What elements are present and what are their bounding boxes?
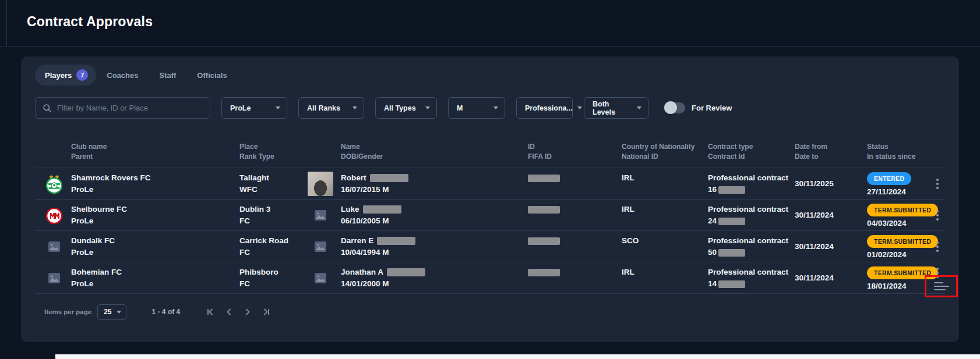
first-page-button[interactable] xyxy=(205,306,216,318)
filter-bar: ProLe All Ranks All Types M Professiona.… xyxy=(35,97,732,119)
next-page-button[interactable] xyxy=(242,306,253,318)
table-row[interactable]: Shamrock Rovers FC ProLe Tallaght WFC Ro… xyxy=(35,168,945,200)
col-header-status[interactable]: StatusIn status since xyxy=(856,137,929,168)
gender-filter-value: M xyxy=(457,104,463,112)
bottom-page-edge xyxy=(55,354,980,359)
table-row[interactable]: Dundalk FC ProLe Carrick Road FC Darren … xyxy=(35,231,945,262)
player-name: Luke xyxy=(341,204,401,215)
date-from: 30/11/2024 xyxy=(795,210,834,221)
image-placeholder-icon xyxy=(45,231,63,262)
tab-bar: Players 7 Coaches Staff Officials xyxy=(35,65,238,86)
in-status-since: 04/03/2024 xyxy=(867,218,929,229)
status-badge: TERM.SUBMITTED xyxy=(867,204,938,216)
dob-gender: 06/10/2005 M xyxy=(341,216,401,226)
country: IRL xyxy=(622,267,696,278)
contract-id: 16 xyxy=(708,184,784,195)
col-header-name[interactable]: NameDOB/Gender xyxy=(300,137,519,168)
contract-type: Professional contract xyxy=(708,173,784,183)
chevron-down-icon xyxy=(425,106,430,109)
row-menu-kebab-icon[interactable] xyxy=(934,208,941,223)
types-filter-value: All Types xyxy=(384,104,416,112)
col-header-contract[interactable]: Contract typeContract Id xyxy=(696,137,784,168)
search-icon xyxy=(43,104,52,113)
col-header-id[interactable]: IDFIFA ID xyxy=(519,137,612,168)
in-status-since: 18/01/2024 xyxy=(867,281,929,292)
redacted-name-block xyxy=(387,268,425,276)
player-name: Jonathan A xyxy=(341,267,425,278)
ranks-filter-value: All Ranks xyxy=(307,104,340,112)
table-row[interactable]: Bohemian FC ProLe Phibsboro FC Jonathan … xyxy=(35,262,945,294)
image-placeholder-icon xyxy=(45,262,63,293)
league-filter-dropdown[interactable]: ProLe xyxy=(221,97,287,119)
items-per-page-dropdown[interactable]: 25 xyxy=(97,304,126,320)
pagination-range: 1 - 4 of 4 xyxy=(152,308,181,316)
col-header-place[interactable]: PlaceRank Type xyxy=(233,137,300,168)
notes-icon[interactable] xyxy=(934,282,949,291)
app-header: Contract Approvals xyxy=(0,0,980,47)
search-input[interactable] xyxy=(57,104,203,112)
redacted-name-block xyxy=(370,174,408,182)
gender-filter-dropdown[interactable]: M xyxy=(448,97,505,119)
place: Tallaght xyxy=(239,173,300,183)
contract-type: Professional contract xyxy=(708,267,784,278)
country: IRL xyxy=(622,204,696,215)
shamrock-rovers-crest-icon xyxy=(45,168,63,199)
tab-officials[interactable]: Officials xyxy=(186,65,237,86)
items-per-page-label: Items per page xyxy=(44,308,91,315)
types-filter-dropdown[interactable]: All Types xyxy=(375,97,437,119)
redacted-id-block xyxy=(528,175,560,182)
col-header-dates[interactable]: Date fromDate to xyxy=(784,137,856,168)
pager-controls xyxy=(205,306,272,318)
shelbourne-crest-icon xyxy=(45,200,63,230)
contract-id: 24 xyxy=(708,216,784,226)
redacted-name-block xyxy=(377,237,415,245)
col-header-country[interactable]: Country of NationalityNational ID xyxy=(612,137,696,168)
previous-page-button[interactable] xyxy=(223,306,235,318)
club-parent: ProLe xyxy=(71,216,127,226)
redacted-name-block xyxy=(363,205,401,214)
in-status-since: 27/11/2024 xyxy=(867,187,929,197)
row-menu-kebab-icon[interactable] xyxy=(934,239,941,254)
contract-id: 50 xyxy=(708,247,784,258)
dob-gender: 14/01/2000 M xyxy=(341,279,425,289)
players-count-badge: 7 xyxy=(76,69,88,81)
contract-id: 14 xyxy=(708,279,784,289)
levels-filter-dropdown[interactable]: Both Levels xyxy=(584,97,648,119)
redacted-contract-id-block xyxy=(718,249,745,257)
image-placeholder-icon xyxy=(308,262,333,293)
contract-type: Professional contract xyxy=(708,236,784,246)
tab-staff[interactable]: Staff xyxy=(149,65,186,86)
rank-type: WFC xyxy=(239,184,300,195)
search-box[interactable] xyxy=(35,97,210,119)
club-name: Bohemian FC xyxy=(71,267,122,278)
league-filter-value: ProLe xyxy=(230,104,251,112)
redacted-id-block xyxy=(528,269,560,276)
levels-filter-value: Both Levels xyxy=(593,100,632,116)
club-name: Dundalk FC xyxy=(71,236,115,246)
in-status-since: 01/02/2024 xyxy=(867,250,929,260)
date-from: 30/11/2024 xyxy=(795,241,834,252)
rank-type: FC xyxy=(239,279,300,289)
col-header-club[interactable]: Club nameParent xyxy=(35,137,233,168)
status-badge: ENTERED xyxy=(867,172,911,185)
table-row[interactable]: Shelbourne FC ProLe Dublin 3 FC Luke 06/… xyxy=(35,200,945,231)
row-menu-kebab-icon[interactable] xyxy=(934,176,941,191)
chevron-down-icon xyxy=(637,106,641,109)
last-page-button[interactable] xyxy=(260,306,272,318)
col-header-actions xyxy=(929,137,945,168)
ranks-filter-dropdown[interactable]: All Ranks xyxy=(298,97,364,119)
redacted-contract-id-block xyxy=(718,186,745,194)
place: Carrick Road xyxy=(239,236,300,246)
for-review-toggle[interactable] xyxy=(664,102,685,113)
club-parent: ProLe xyxy=(71,184,151,195)
table-header: Club nameParent PlaceRank Type NameDOB/G… xyxy=(35,137,945,168)
dob-gender: 16/07/2015 M xyxy=(341,184,408,195)
tab-players[interactable]: Players 7 xyxy=(35,65,96,86)
toggle-knob xyxy=(664,101,677,114)
player-name: Darren E xyxy=(341,236,415,246)
contract-filter-dropdown[interactable]: Professiona... xyxy=(516,97,573,119)
for-review-label: For Review xyxy=(692,104,732,112)
date-from: 30/11/2024 xyxy=(795,273,834,283)
redacted-id-block xyxy=(528,237,560,245)
tab-coaches[interactable]: Coaches xyxy=(96,65,149,86)
